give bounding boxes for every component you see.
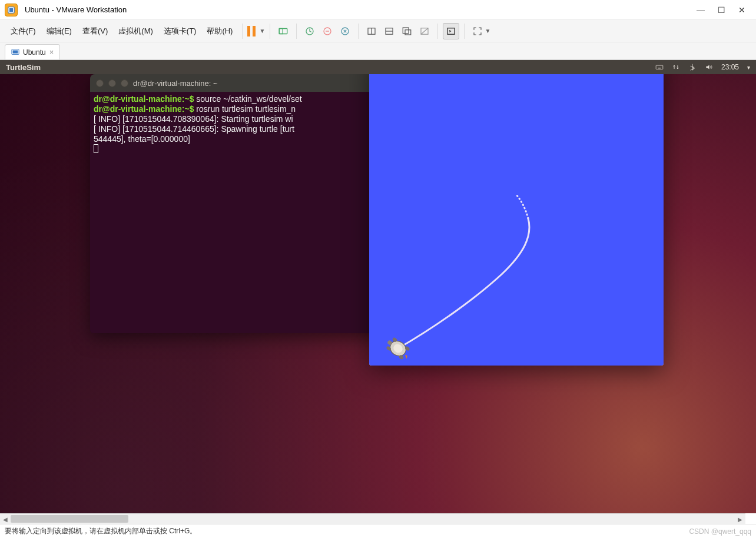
snapshot-revert-button[interactable] (319, 23, 336, 39)
tab-label: Ubuntu (23, 48, 46, 57)
vmware-titlebar: Ubuntu - VMware Workstation ― ☐ ✕ (0, 0, 756, 20)
window-controls: ― ☐ ✕ (697, 5, 751, 15)
svg-rect-2 (280, 28, 288, 34)
bluetooth-icon[interactable] (688, 63, 697, 71)
console-view-button[interactable] (443, 23, 459, 39)
keyboard-icon[interactable] (655, 63, 664, 71)
network-icon[interactable] (672, 63, 680, 71)
scroll-right-button[interactable]: ▶ (735, 514, 745, 524)
monitor-icon (11, 48, 19, 57)
svg-rect-3 (280, 28, 283, 34)
system-menu-chevron-icon[interactable]: ▾ (747, 64, 750, 71)
view-single-button[interactable] (363, 23, 380, 39)
scroll-left-button[interactable]: ◀ (0, 514, 11, 524)
menu-vm[interactable]: 虚拟机(M) (114, 24, 158, 39)
turtle-icon (384, 336, 413, 361)
menu-file[interactable]: 文件(F) (6, 24, 41, 39)
send-ctrlaltdel-button[interactable] (275, 23, 291, 39)
svg-rect-12 (405, 29, 411, 34)
terminal-title: dr@dr-virtual-machine: ~ (133, 79, 218, 88)
vmware-menubar: 文件(F) 编辑(E) 查看(V) 虚拟机(M) 选项卡(T) 帮助(H) ▼ … (0, 20, 756, 42)
turtle-trail (398, 218, 529, 348)
terminal-cursor (94, 144, 98, 153)
terminal-close-button[interactable] (96, 79, 104, 87)
menu-tabs[interactable]: 选项卡(T) (159, 24, 201, 39)
watermark: CSDN @qwert_qqq (689, 527, 751, 536)
volume-icon[interactable] (705, 63, 713, 71)
svg-rect-18 (656, 65, 663, 69)
status-hint: 要将输入定向到该虚拟机，请在虚拟机内部单击或按 Ctrl+G。 (5, 526, 197, 536)
minimize-button[interactable]: ― (697, 5, 705, 15)
snapshot-manager-button[interactable] (337, 23, 353, 39)
close-button[interactable]: ✕ (738, 5, 745, 15)
scroll-thumb[interactable] (11, 515, 128, 523)
view-multi-button[interactable] (381, 23, 397, 39)
window-title: Ubuntu - VMware Workstation (25, 5, 127, 14)
terminal-maximize-button[interactable] (121, 79, 128, 87)
tab-close-button[interactable]: × (49, 48, 54, 57)
svg-rect-17 (13, 50, 18, 53)
svg-rect-1 (9, 8, 13, 11)
turtle-trail-dotted (515, 194, 528, 218)
vmware-tabbar: Ubuntu × (0, 42, 756, 60)
view-disable-button[interactable] (416, 23, 433, 39)
snapshot-take-button[interactable] (301, 23, 318, 39)
maximize-button[interactable]: ☐ (718, 5, 725, 15)
guest-viewport[interactable]: TurtleSim 23:05 ▾ ? (0, 60, 756, 513)
ubuntu-menubar: TurtleSim 23:05 ▾ (0, 60, 756, 74)
vmware-statusbar: 要将输入定向到该虚拟机，请在虚拟机内部单击或按 Ctrl+G。 CSDN @qw… (0, 524, 756, 538)
svg-line-14 (421, 28, 428, 34)
turtlesim-window[interactable]: TurtleSim (369, 74, 664, 366)
clock[interactable]: 23:05 (721, 63, 739, 71)
terminal-minimize-button[interactable] (108, 79, 116, 87)
horizontal-scrollbar[interactable]: ◀ ▶ (0, 513, 745, 524)
chevron-down-icon[interactable]: ▼ (259, 28, 265, 34)
menu-view[interactable]: 查看(V) (78, 24, 112, 39)
view-unity-button[interactable] (399, 23, 415, 39)
menu-help[interactable]: 帮助(H) (202, 24, 237, 39)
active-app-name: TurtleSim (6, 63, 41, 72)
tab-ubuntu[interactable]: Ubuntu × (5, 44, 60, 59)
suspend-button[interactable]: ▼ (247, 26, 265, 36)
turtlesim-canvas[interactable] (369, 74, 664, 366)
ubuntu-desktop[interactable]: dr@dr-virtual-machine: ~ dr@dr-virtual-m… (0, 74, 756, 513)
menu-edit[interactable]: 编辑(E) (42, 24, 77, 39)
vmware-logo-icon (5, 4, 18, 16)
svg-rect-11 (403, 28, 409, 34)
fullscreen-button[interactable]: ▼ (469, 23, 486, 39)
